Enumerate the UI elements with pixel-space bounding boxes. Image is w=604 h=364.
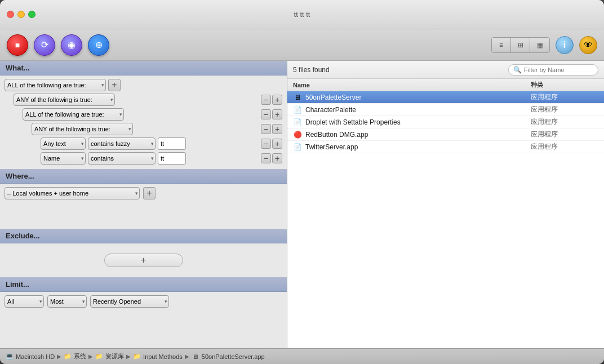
- limit-label: Limit...: [6, 280, 29, 288]
- condition-row-2: ANY of the following is true: − +: [14, 94, 282, 106]
- target-icon: ◉: [68, 39, 76, 50]
- fuzzy-wrap[interactable]: contains fuzzy: [88, 137, 156, 150]
- add-remove-6: − +: [261, 153, 282, 163]
- add-condition-4[interactable]: +: [272, 124, 282, 134]
- breadcrumb-arrow: ▶: [126, 353, 131, 359]
- breadcrumb-icon: 🖥: [192, 353, 199, 361]
- add-remove-4: − +: [261, 124, 282, 134]
- col-name-header: Name: [293, 82, 531, 88]
- remove-condition-2[interactable]: −: [261, 95, 271, 105]
- main-content: What... ALL of the following are true: +: [0, 61, 604, 348]
- barcode-view-button[interactable]: ▦: [530, 38, 549, 52]
- result-kind: 应用程序: [531, 142, 598, 152]
- grid-view-button[interactable]: ⊞: [511, 38, 530, 52]
- condition-select-2[interactable]: ANY of the following is true:: [14, 94, 115, 106]
- filter-input-wrap[interactable]: 🔍: [508, 64, 598, 76]
- table-row[interactable]: 📄TwitterServer.app应用程序: [287, 141, 604, 153]
- icon-button-2[interactable]: ◉: [61, 34, 82, 56]
- toolbar: ⟳ ◉ ⊕ ≡ ⊞ ▦ i 👁: [0, 29, 604, 61]
- add-condition-2[interactable]: +: [272, 95, 282, 105]
- breadcrumb-item[interactable]: 📁Input Methods: [133, 353, 183, 361]
- fuzzy-select[interactable]: contains fuzzy: [88, 137, 156, 150]
- add-condition-1[interactable]: +: [108, 79, 121, 91]
- contains-select[interactable]: contains: [88, 152, 156, 165]
- limit-section: Limit... All Most: [0, 277, 287, 311]
- add-condition-5[interactable]: +: [272, 139, 282, 149]
- info-icon: i: [563, 40, 566, 50]
- maximize-button[interactable]: [28, 11, 35, 18]
- breadcrumb-label: Macintosh HD: [16, 353, 55, 360]
- limit-col1-select[interactable]: All: [5, 295, 44, 308]
- add-condition-6[interactable]: +: [272, 153, 282, 163]
- name-type-wrap[interactable]: Name: [41, 152, 86, 165]
- condition-select-4[interactable]: ANY of the following is true:: [32, 123, 133, 135]
- breadcrumb-item[interactable]: 📁资源库: [95, 352, 124, 361]
- remove-condition-6[interactable]: −: [261, 153, 271, 163]
- limit-col1-wrap[interactable]: All: [5, 295, 44, 308]
- text-type-select[interactable]: Any text: [41, 137, 86, 150]
- close-button[interactable]: [7, 11, 14, 18]
- list-view-button[interactable]: ≡: [492, 38, 511, 52]
- limit-header: Limit...: [0, 277, 287, 292]
- statusbar: 💻Macintosh HD▶📁系统▶📁资源库▶📁Input Methods▶🖥5…: [0, 348, 604, 364]
- name-type-select[interactable]: Name: [41, 152, 86, 165]
- condition-select-wrap-1[interactable]: ALL of the following are true:: [5, 79, 106, 91]
- table-row[interactable]: 🔴RedButton DMG.app应用程序: [287, 128, 604, 141]
- left-panel: What... ALL of the following are true: +: [0, 61, 287, 348]
- circle-icon: ⊕: [95, 39, 103, 50]
- limit-col3-select[interactable]: Recently Opened: [90, 295, 169, 308]
- info-button[interactable]: i: [556, 36, 574, 54]
- icon-button-1[interactable]: ⟳: [34, 34, 55, 56]
- exclude-header: Exclude...: [0, 229, 287, 243]
- location-select[interactable]: – Local volumes + user home: [5, 187, 140, 199]
- add-condition-3[interactable]: +: [272, 109, 282, 119]
- stop-button[interactable]: [7, 34, 28, 56]
- breadcrumb-item[interactable]: 🖥50onPaletteServer.app: [192, 353, 265, 361]
- eye-button[interactable]: 👁: [579, 36, 597, 54]
- condition-select-wrap-2[interactable]: ANY of the following is true:: [14, 94, 115, 106]
- exclude-section: Exclude... +: [0, 229, 287, 277]
- minimize-button[interactable]: [17, 11, 25, 18]
- limit-col3-wrap[interactable]: Recently Opened: [90, 295, 169, 308]
- remove-condition-5[interactable]: −: [261, 139, 271, 149]
- limit-body: All Most Recently Opened: [0, 292, 287, 311]
- exclude-add-button[interactable]: +: [104, 254, 183, 267]
- condition-row-5: Any text contains fuzzy − +: [41, 137, 282, 150]
- add-location[interactable]: +: [143, 187, 156, 199]
- name-input[interactable]: [158, 152, 186, 165]
- location-wrap[interactable]: – Local volumes + user home: [5, 187, 140, 199]
- breadcrumb-item[interactable]: 📁系统: [64, 352, 86, 361]
- result-kind: 应用程序: [531, 130, 598, 139]
- main-window: tt tt tt ⟳ ◉ ⊕ ≡ ⊞ ▦ i 👁: [0, 0, 604, 364]
- condition-select-1[interactable]: ALL of the following are true:: [5, 79, 106, 91]
- breadcrumb-icon: 📁: [95, 353, 103, 361]
- condition-select-wrap-3[interactable]: ALL of the following are true:: [23, 108, 124, 121]
- contains-wrap[interactable]: contains: [88, 152, 156, 165]
- breadcrumb-item[interactable]: 💻Macintosh HD: [6, 353, 55, 361]
- condition-select-3[interactable]: ALL of the following are true:: [23, 108, 124, 121]
- limit-col2-wrap[interactable]: Most: [47, 295, 87, 308]
- condition-row-4: ANY of the following is true: − +: [32, 123, 282, 135]
- breadcrumb-label: 系统: [74, 352, 86, 361]
- filter-input[interactable]: [524, 66, 593, 73]
- titlebar: tt tt tt: [0, 0, 604, 29]
- table-row[interactable]: 📄CharacterPalette应用程序: [287, 104, 604, 116]
- limit-col2-select[interactable]: Most: [47, 295, 87, 308]
- result-name: CharacterPalette: [305, 106, 531, 114]
- result-name: 50onPaletteServer: [305, 94, 531, 101]
- what-header: What...: [0, 61, 287, 76]
- condition-select-wrap-4[interactable]: ANY of the following is true:: [32, 123, 133, 135]
- remove-condition-4[interactable]: −: [261, 124, 271, 134]
- text-type-wrap[interactable]: Any text: [41, 137, 86, 150]
- icon-button-3[interactable]: ⊕: [88, 34, 109, 56]
- results-header: 5 files found 🔍: [287, 61, 604, 79]
- results-list: 🖥50onPaletteServer应用程序📄CharacterPalette应…: [287, 91, 604, 348]
- result-kind: 应用程序: [531, 117, 598, 127]
- fuzzy-input[interactable]: [158, 137, 186, 150]
- result-kind: 应用程序: [531, 105, 598, 114]
- condition-row-1: ALL of the following are true: +: [5, 79, 282, 91]
- table-row[interactable]: 📄Droplet with Settable Properties应用程序: [287, 116, 604, 128]
- remove-condition-3[interactable]: −: [261, 109, 271, 119]
- table-row[interactable]: 🖥50onPaletteServer应用程序: [287, 91, 604, 104]
- file-icon: 🖥: [293, 93, 302, 102]
